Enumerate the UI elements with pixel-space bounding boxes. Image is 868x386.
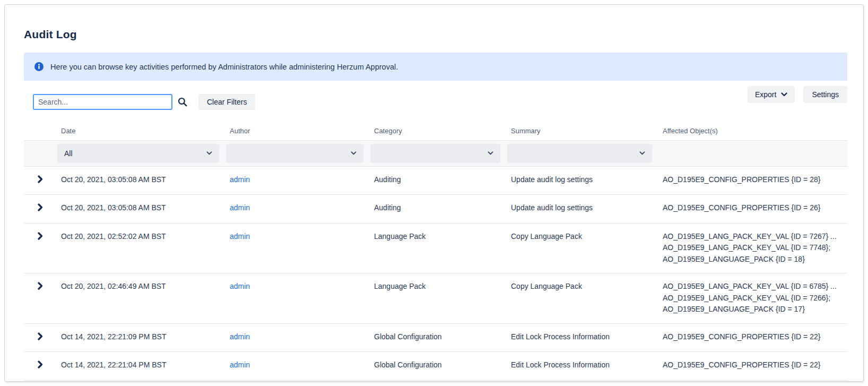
row-affected-objects: AO_D195E9_LANG_PACK_KEY_VAL {ID = 6785} … bbox=[663, 281, 842, 315]
table-row: Oct 20, 2021, 03:05:08 AM BST admin Audi… bbox=[24, 166, 847, 195]
table-row: Oct 14, 2021, 22:21:09 PM BST admin Glob… bbox=[24, 323, 847, 352]
row-summary: Update audit log settings bbox=[511, 203, 593, 212]
chevron-down-icon bbox=[351, 151, 357, 155]
summary-filter-select[interactable] bbox=[507, 144, 652, 163]
table-row: Oct 20, 2021, 03:05:08 AM BST admin Audi… bbox=[24, 195, 847, 224]
chevron-down-icon bbox=[781, 92, 787, 97]
chevron-right-icon bbox=[38, 361, 43, 368]
table-row: Oct 20, 2021, 02:46:49 AM BST admin Lang… bbox=[24, 273, 847, 324]
row-date: Oct 20, 2021, 02:52:02 AM BST bbox=[61, 232, 166, 241]
expand-row-button[interactable] bbox=[38, 361, 43, 368]
settings-button[interactable]: Settings bbox=[803, 86, 847, 103]
row-author-link[interactable]: admin bbox=[230, 175, 250, 184]
expand-row-button[interactable] bbox=[38, 332, 43, 340]
row-date: Oct 14, 2021, 22:21:09 PM BST bbox=[61, 332, 166, 341]
expand-row-button[interactable] bbox=[38, 203, 43, 211]
row-summary: Update audit log settings bbox=[511, 175, 593, 184]
export-button[interactable]: Export bbox=[748, 86, 795, 103]
search-icon bbox=[177, 97, 188, 107]
row-summary: Edit Lock Process Information bbox=[511, 361, 610, 369]
row-date: Oct 20, 2021, 02:46:49 AM BST bbox=[61, 282, 166, 290]
row-category: Language Pack bbox=[374, 282, 426, 290]
export-button-label: Export bbox=[755, 90, 776, 99]
search-input[interactable] bbox=[33, 94, 172, 110]
expand-row-button[interactable] bbox=[38, 282, 43, 290]
row-affected-objects: AO_D195E9_LANG_PACK_KEY_VAL {ID = 7267} … bbox=[663, 231, 842, 265]
expand-row-button[interactable] bbox=[38, 232, 43, 240]
info-banner: Here you can browse key activities perfo… bbox=[24, 53, 847, 81]
table-row: Oct 14, 2021, 22:21:04 PM BST admin Glob… bbox=[24, 352, 847, 381]
row-category: Global Configuration bbox=[374, 361, 442, 369]
row-author-link[interactable]: admin bbox=[230, 203, 250, 212]
chevron-right-icon bbox=[38, 232, 43, 240]
audit-log-panel: Audit Log Here you can browse key activi… bbox=[4, 4, 864, 382]
row-date: Oct 20, 2021, 03:05:08 AM BST bbox=[61, 175, 166, 184]
chevron-down-icon bbox=[639, 151, 645, 155]
audit-log-table: Date Author Category Summary Affected Ob… bbox=[24, 124, 847, 381]
column-header-expand bbox=[24, 124, 56, 140]
column-header-date: Date bbox=[56, 124, 224, 140]
column-header-affected-objects: Affected Object(s) bbox=[657, 124, 847, 140]
row-summary: Copy Language Pack bbox=[511, 232, 582, 241]
date-filter-value: All bbox=[64, 149, 73, 158]
row-affected-objects: AO_D195E9_CONFIG_PROPERTIES {ID = 26} bbox=[663, 202, 842, 214]
row-date: Oct 14, 2021, 22:21:04 PM BST bbox=[61, 361, 166, 369]
row-author-link[interactable]: admin bbox=[230, 361, 250, 369]
row-affected-objects: AO_D195E9_CONFIG_PROPERTIES {ID = 22} bbox=[663, 331, 842, 343]
author-filter-select[interactable] bbox=[226, 144, 363, 163]
expand-row-button[interactable] bbox=[38, 175, 43, 183]
toolbar: Clear Filters Export Settings bbox=[24, 86, 847, 110]
row-author-link[interactable]: admin bbox=[230, 332, 250, 341]
row-category: Language Pack bbox=[374, 232, 426, 241]
page-title: Audit Log bbox=[24, 28, 847, 41]
row-category: Auditing bbox=[374, 175, 401, 184]
row-category: Auditing bbox=[374, 203, 401, 212]
table-header-row: Date Author Category Summary Affected Ob… bbox=[24, 124, 847, 140]
column-header-author: Author bbox=[224, 124, 369, 140]
column-header-category: Category bbox=[369, 124, 506, 140]
clear-filters-button[interactable]: Clear Filters bbox=[198, 94, 255, 110]
row-date: Oct 20, 2021, 03:05:08 AM BST bbox=[61, 203, 166, 212]
search-button[interactable] bbox=[177, 97, 188, 107]
table-filter-row: All bbox=[24, 140, 847, 166]
row-affected-objects: AO_D195E9_CONFIG_PROPERTIES {ID = 28} bbox=[663, 174, 842, 186]
chevron-right-icon bbox=[38, 282, 43, 290]
date-filter-select[interactable]: All bbox=[57, 144, 219, 163]
row-summary: Copy Language Pack bbox=[511, 282, 582, 290]
column-header-summary: Summary bbox=[506, 124, 657, 140]
info-banner-text: Here you can browse key activities perfo… bbox=[50, 63, 398, 71]
row-summary: Edit Lock Process Information bbox=[511, 332, 610, 341]
row-affected-objects: AO_D195E9_CONFIG_PROPERTIES {ID = 22} bbox=[663, 359, 842, 371]
row-author-link[interactable]: admin bbox=[230, 232, 250, 241]
row-author-link[interactable]: admin bbox=[230, 282, 250, 290]
info-icon bbox=[34, 62, 44, 71]
row-category: Global Configuration bbox=[374, 332, 442, 341]
chevron-down-icon bbox=[488, 151, 493, 155]
chevron-down-icon bbox=[206, 151, 212, 155]
table-row: Oct 20, 2021, 02:52:02 AM BST admin Lang… bbox=[24, 223, 847, 273]
chevron-right-icon bbox=[38, 203, 43, 211]
chevron-right-icon bbox=[38, 332, 43, 340]
category-filter-select[interactable] bbox=[370, 144, 500, 163]
chevron-right-icon bbox=[38, 175, 43, 183]
